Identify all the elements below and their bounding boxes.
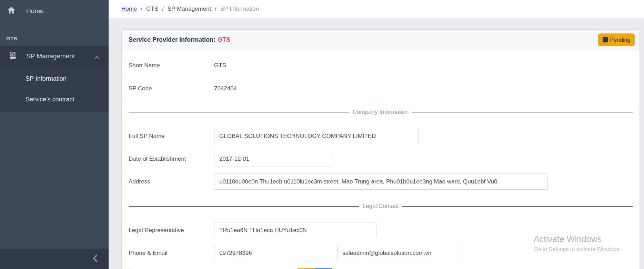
breadcrumb-current-page: SP Information xyxy=(220,6,259,12)
section-divider-company: Company Information xyxy=(129,105,633,119)
chevron-left-icon xyxy=(93,255,98,263)
page-title-text: Service Provider Information: xyxy=(129,36,215,43)
breadcrumb-gts[interactable]: GTS xyxy=(146,6,158,12)
sidebar-section-label: GTS xyxy=(0,22,109,46)
sidebar-item-label: Home xyxy=(26,7,44,15)
sp-information-card: Service Provider Information:GTS Pending… xyxy=(121,29,640,269)
email-input[interactable] xyxy=(337,245,462,261)
breadcrumb-separator: / xyxy=(141,6,142,12)
sidebar-item-sp-information[interactable]: SP Information xyxy=(0,68,109,89)
card-header: Service Provider Information:GTS Pending xyxy=(122,30,640,50)
sidebar-submenu: SP Information Service's contract xyxy=(0,66,109,112)
legal-representative-label: Legal Representative xyxy=(129,227,214,234)
sidebar: Home GTS SP Management SP Information Se… xyxy=(0,0,109,269)
date-of-establishment-input[interactable] xyxy=(214,151,333,167)
field-row-address: Address xyxy=(129,173,633,190)
full-sp-name-label: Full SP Name xyxy=(129,133,214,140)
sp-code-label: SP Code xyxy=(129,85,214,92)
status-badge-label: Pending xyxy=(610,37,630,43)
short-name-value: GTS xyxy=(214,62,226,69)
status-badge: Pending xyxy=(598,33,635,46)
legal-representative-input[interactable] xyxy=(214,222,376,238)
sp-code-value: 7042404 xyxy=(214,85,237,92)
card-body: Short Name GTS SP Code 7042404 Company I… xyxy=(122,50,640,269)
ballot-box-icon xyxy=(8,51,17,62)
address-label: Address xyxy=(129,178,214,185)
field-row-phone-email: Phone & Email xyxy=(129,245,633,261)
breadcrumb-separator: / xyxy=(162,6,164,12)
short-name-label: Short Name xyxy=(129,62,214,69)
sidebar-item-home[interactable]: Home xyxy=(0,0,109,22)
address-input[interactable] xyxy=(214,173,548,190)
field-row-legal-representative: Legal Representative xyxy=(129,222,633,238)
status-square-icon xyxy=(603,37,608,42)
section-title-company: Company Information xyxy=(349,109,412,116)
section-divider-legal: Legal Contact xyxy=(129,199,633,213)
phone-input[interactable] xyxy=(214,245,338,261)
field-row-sp-code: SP Code 7042404 xyxy=(129,82,633,96)
page-title-sp-name: GTS xyxy=(218,36,230,43)
page-title: Service Provider Information:GTS xyxy=(129,36,230,43)
phone-email-label: Phone & Email xyxy=(129,250,214,257)
sidebar-spacer xyxy=(0,112,109,249)
breadcrumb-home-link[interactable]: Home xyxy=(121,6,137,12)
home-icon xyxy=(6,6,17,17)
breadcrumb-sp-management[interactable]: SP Management xyxy=(168,6,211,12)
field-row-date-of-establishment: Date of Establishment xyxy=(129,151,633,167)
field-row-full-sp-name: Full SP Name xyxy=(129,128,633,144)
sidebar-item-services-contract[interactable]: Service's contract xyxy=(0,89,109,110)
sidebar-item-sp-management[interactable]: SP Management xyxy=(0,46,109,66)
full-sp-name-input[interactable] xyxy=(214,128,419,144)
sidebar-item-label: SP Management xyxy=(26,52,75,60)
breadcrumb: Home / GTS / SP Management / SP Informat… xyxy=(109,0,644,18)
sidebar-collapse-button[interactable] xyxy=(0,249,109,269)
breadcrumb-separator: / xyxy=(215,6,217,12)
field-row-short-name: Short Name GTS xyxy=(129,59,633,72)
section-title-legal: Legal Contact xyxy=(359,203,402,210)
chevron-up-icon xyxy=(94,53,100,61)
date-of-establishment-label: Date of Establishment xyxy=(129,156,214,162)
